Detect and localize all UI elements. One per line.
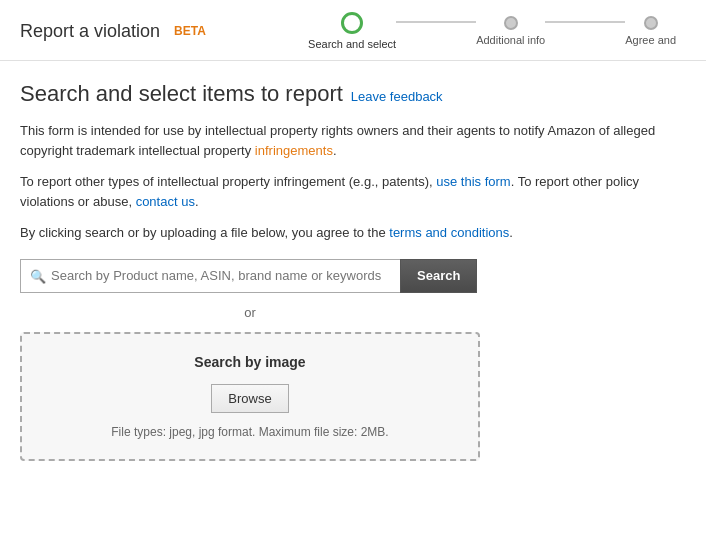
leave-feedback-link[interactable]: Leave feedback: [351, 89, 443, 104]
terms-before: By clicking search or by uploading a fil…: [20, 225, 389, 240]
step-label-3: Agree and: [625, 34, 676, 46]
use-this-form-link[interactable]: use this form: [436, 174, 510, 189]
main-content: Search and select items to report Leave …: [0, 61, 706, 481]
page-heading-row: Search and select items to report Leave …: [20, 81, 686, 107]
browse-button[interactable]: Browse: [211, 384, 288, 413]
image-upload-title: Search by image: [42, 354, 458, 370]
header-left: Report a violation BETA: [20, 21, 206, 42]
search-icon: 🔍: [30, 268, 46, 283]
description-paragraph: This form is intended for use by intelle…: [20, 121, 686, 160]
step-agree: Agree and: [625, 16, 676, 46]
terms-link[interactable]: terms and conditions: [389, 225, 509, 240]
page-heading-text: Search and select items to report: [20, 81, 343, 107]
step-additional-info: Additional info: [476, 16, 545, 46]
step-connector-1: [396, 21, 476, 23]
search-row: 🔍 Search: [20, 259, 686, 293]
contact-us-link[interactable]: contact us: [136, 194, 195, 209]
highlight-word: infringements: [255, 143, 333, 158]
stepper: Search and select Additional info Agree …: [308, 12, 676, 50]
info-after: .: [195, 194, 199, 209]
info-paragraph: To report other types of intellectual pr…: [20, 172, 686, 211]
or-divider: or: [20, 305, 480, 320]
step-label-1: Search and select: [308, 38, 396, 50]
terms-paragraph: By clicking search or by uploading a fil…: [20, 223, 686, 243]
beta-badge: BETA: [174, 24, 206, 38]
step-connector-2: [545, 21, 625, 23]
description-text: This form is intended for use by intelle…: [20, 123, 655, 158]
info-before-1: To report other types of intellectual pr…: [20, 174, 436, 189]
step-circle-1: [341, 12, 363, 34]
search-input[interactable]: [20, 259, 400, 293]
step-circle-2: [504, 16, 518, 30]
search-input-wrapper: 🔍: [20, 259, 400, 293]
search-button[interactable]: Search: [400, 259, 477, 293]
image-upload-box: Search by image Browse File types: jpeg,…: [20, 332, 480, 461]
step-search-select: Search and select: [308, 12, 396, 50]
file-types-text: File types: jpeg, jpg format. Maximum fi…: [42, 425, 458, 439]
page-title: Report a violation: [20, 21, 160, 42]
terms-after: .: [509, 225, 513, 240]
step-label-2: Additional info: [476, 34, 545, 46]
step-circle-3: [644, 16, 658, 30]
header: Report a violation BETA Search and selec…: [0, 0, 706, 61]
